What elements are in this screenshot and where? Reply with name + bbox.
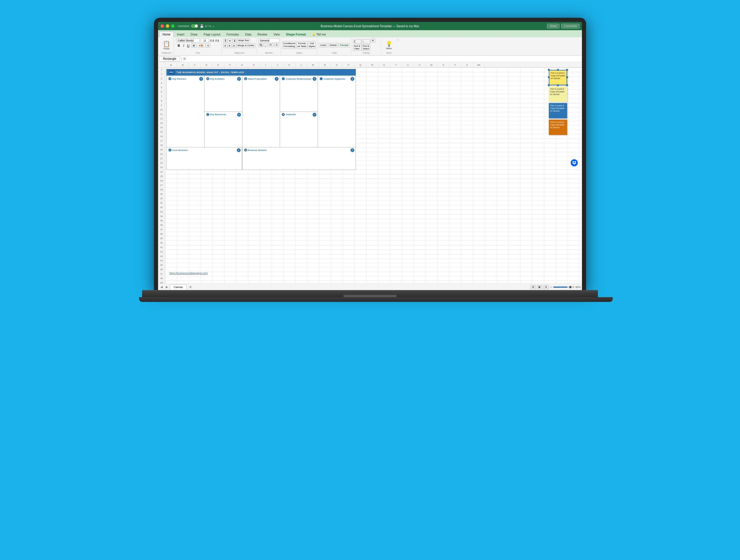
row-header-35: 35: [158, 218, 165, 223]
bmc-add-key-resources[interactable]: +: [237, 113, 241, 117]
fill-color-button[interactable]: A🎨: [197, 43, 205, 48]
undo-icon[interactable]: ↩: [205, 24, 207, 28]
formula-input[interactable]: [187, 56, 581, 62]
decrease-decimal[interactable]: .0-: [274, 43, 279, 47]
bmc-add-key-partners[interactable]: +: [199, 77, 203, 81]
font-name-selector[interactable]: Calibri (Body): [176, 38, 200, 42]
redo-icon[interactable]: ↪: [208, 24, 211, 28]
bmc-add-channels[interactable]: +: [312, 113, 316, 117]
format-as-table-btn[interactable]: Formatas Table: [297, 41, 307, 49]
bmc-add-value-proposition[interactable]: +: [275, 77, 279, 81]
view-layout-btn[interactable]: ▦: [537, 285, 542, 289]
tab-page-layout[interactable]: Page Layout: [201, 31, 223, 37]
view-page-break-btn[interactable]: ⧉: [543, 285, 549, 289]
bmc-add-customer-segments[interactable]: +: [351, 77, 354, 81]
traffic-light-green[interactable]: [171, 24, 175, 28]
italic-button[interactable]: I: [182, 43, 185, 48]
tab-tell-me[interactable]: 💡Tell me: [309, 31, 329, 37]
bold-button[interactable]: B: [176, 43, 181, 48]
view-normal-btn[interactable]: ⊞: [531, 285, 536, 289]
clear-btn[interactable]: ✕: [371, 38, 375, 42]
conditional-formatting-btn[interactable]: ConditionalFormatting: [282, 41, 296, 49]
bmc-add-cost-structure[interactable]: +: [237, 148, 241, 152]
row-header-6: 6: [158, 90, 165, 94]
postit-orange[interactable]: This is a post-it. Copy and paste on can…: [549, 119, 567, 135]
name-box[interactable]: [159, 56, 180, 62]
row-headers: 1234567891011121314151617181920212223242…: [158, 62, 165, 284]
align-left[interactable]: ≡: [223, 43, 227, 48]
dropbox-icon[interactable]: [571, 159, 578, 166]
tab-insert[interactable]: Insert: [174, 31, 187, 37]
font-size-selector[interactable]: 11: [201, 38, 209, 42]
tab-formulas[interactable]: Formulas: [223, 31, 242, 37]
bmc-header: BMC THE BUSINESS MODEL ANALYST - EXCEL T…: [166, 69, 356, 76]
align-right[interactable]: ≡: [232, 43, 236, 48]
website-link[interactable]: https://businessmodelanalyst.com/: [169, 272, 208, 275]
row-header-2: 2: [158, 72, 165, 76]
zoom-slider-track[interactable]: [553, 286, 571, 288]
align-center[interactable]: ≡: [227, 43, 232, 48]
tab-review[interactable]: Review: [255, 31, 270, 37]
laptop-base: [142, 290, 598, 297]
zoom-minus[interactable]: −: [550, 285, 552, 289]
row-header-22: 22: [158, 161, 165, 165]
paste-button[interactable]: 📋 Paste: [162, 38, 171, 52]
postit-yellow[interactable]: This is a post-it. Copy and paste on can…: [549, 70, 567, 85]
align-top[interactable]: ⊼: [223, 38, 227, 43]
cell-styles-btn[interactable]: CellStyles: [308, 41, 316, 49]
bmc-container: BMC THE BUSINESS MODEL ANALYST - EXCEL T…: [166, 69, 356, 170]
save-icon[interactable]: 💾: [200, 24, 204, 28]
sheet-tab-canvas[interactable]: Canvas: [170, 284, 187, 290]
postit-light-yellow[interactable]: This is a post-it. Copy and paste on can…: [549, 86, 567, 102]
laptop-shell: AutoSave 💾 ↩ ↪ ⌄ Business-Model-Canvas-E…: [139, 18, 601, 329]
comma-btn[interactable]: ,: [264, 43, 267, 47]
col-header-e: E: [212, 62, 224, 68]
font-size-down[interactable]: A⬇: [215, 39, 220, 42]
customize-icon[interactable]: ⌄: [212, 24, 214, 28]
font-color-button[interactable]: A: [206, 43, 210, 48]
ribbon-group-number: General % , .0+ .0- Number: [257, 38, 281, 55]
tab-view[interactable]: View: [271, 31, 283, 37]
postit-yellow-content[interactable]: This is a post-it. Copy and paste on can…: [549, 70, 567, 85]
border-button[interactable]: ⊞: [191, 43, 197, 48]
underline-button[interactable]: U: [186, 43, 191, 48]
find-select-btn[interactable]: Find &Select: [362, 44, 371, 51]
sum-btn[interactable]: Σ: [353, 39, 361, 43]
tab-shape-format[interactable]: Shape Format: [283, 31, 309, 37]
wrap-text[interactable]: Wrap Text: [237, 38, 250, 43]
sheet-nav-prev[interactable]: ◀: [159, 285, 164, 289]
tab-draw[interactable]: Draw: [188, 31, 200, 37]
percent-btn[interactable]: %: [258, 43, 263, 47]
bmc-add-revenue-streams[interactable]: +: [351, 148, 354, 152]
number-format-selector[interactable]: General: [258, 38, 279, 42]
col-header-f: F: [224, 62, 236, 68]
traffic-light-yellow[interactable]: [166, 24, 169, 28]
row-header-38: 38: [158, 232, 165, 236]
insert-cells-btn[interactable]: Insert: [319, 43, 328, 48]
ideas-btn[interactable]: 💡 Ideas: [386, 38, 392, 52]
merge-center[interactable]: Merge & Center: [237, 43, 256, 48]
sort-filter-btn[interactable]: Sort &Filter: [353, 44, 361, 51]
delete-cells-btn[interactable]: Delete: [329, 43, 338, 48]
align-middle[interactable]: ≡: [228, 38, 232, 43]
tab-data[interactable]: Data: [242, 31, 254, 37]
comments-button[interactable]: Comments: [561, 24, 579, 28]
col-header-b: B: [177, 62, 189, 68]
bmc-add-key-activities[interactable]: +: [237, 77, 241, 81]
traffic-light-red[interactable]: [161, 24, 164, 28]
autosave-toggle[interactable]: [191, 24, 198, 28]
fill-btn[interactable]: ↓: [362, 39, 371, 43]
tab-home[interactable]: Home: [159, 31, 174, 37]
zoom-plus[interactable]: +: [572, 285, 574, 289]
add-sheet-button[interactable]: +: [188, 284, 193, 290]
increase-decimal[interactable]: .0+: [268, 43, 274, 47]
sheet-nav-next[interactable]: ▶: [165, 285, 169, 289]
bmc-add-customer-relationships[interactable]: +: [312, 77, 316, 81]
format-cells-btn[interactable]: Format: [339, 43, 350, 48]
ribbon-expand[interactable]: ⌃: [397, 38, 400, 55]
font-size-up[interactable]: A⬆: [210, 39, 214, 42]
col-header-a: A: [165, 62, 177, 68]
share-button[interactable]: Share: [547, 24, 559, 28]
align-bottom[interactable]: ⊻: [233, 38, 237, 43]
postit-blue[interactable]: This is a post-it. Copy and paste on can…: [549, 103, 567, 118]
